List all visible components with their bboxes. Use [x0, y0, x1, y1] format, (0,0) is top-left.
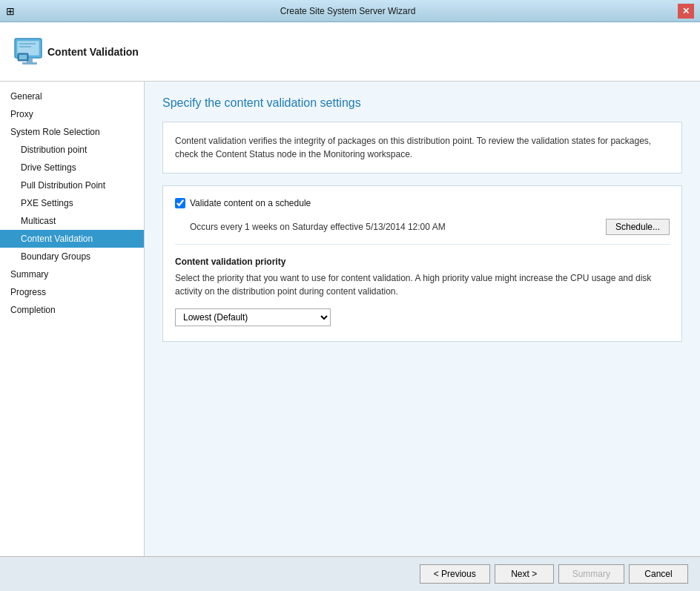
sidebar-item-system-role-selection[interactable]: System Role Selection	[0, 123, 144, 141]
sidebar-item-boundary-groups[interactable]: Boundary Groups	[0, 248, 144, 265]
sidebar-item-completion[interactable]: Completion	[0, 301, 144, 319]
summary-button[interactable]: Summary	[558, 564, 624, 584]
sidebar-item-general[interactable]: General	[0, 88, 144, 105]
footer: < Previous Next > Summary Cancel	[0, 556, 700, 591]
title-bar: ⊞ Create Site System Server Wizard ✕	[0, 0, 700, 22]
window-title: Create Site System Server Wizard	[18, 6, 678, 16]
cancel-button[interactable]: Cancel	[629, 564, 688, 584]
sidebar-item-progress[interactable]: Progress	[0, 283, 144, 301]
info-box: Content validation verifies the integrit…	[162, 122, 682, 174]
priority-section: Content validation priority Select the p…	[175, 254, 670, 329]
svg-rect-5	[19, 46, 31, 47]
sidebar-item-pxe-settings[interactable]: PXE Settings	[0, 194, 144, 212]
app-icon: ⊞	[6, 5, 18, 17]
info-text: Content validation verifies the integrit…	[175, 134, 670, 161]
sidebar-item-pull-distribution-point[interactable]: Pull Distribution Point	[0, 176, 144, 194]
panel-title: Specify the content validation settings	[162, 96, 682, 110]
schedule-button[interactable]: Schedule...	[606, 219, 670, 235]
content-area: General Proxy System Role Selection Dist…	[0, 82, 700, 556]
svg-rect-3	[22, 62, 37, 65]
svg-rect-7	[19, 55, 27, 59]
svg-rect-4	[19, 43, 36, 44]
header-title: Content Validation	[47, 46, 139, 58]
schedule-row: Occurs every 1 weeks on Saturday effecti…	[175, 216, 670, 245]
sidebar-item-summary[interactable]: Summary	[0, 265, 144, 283]
schedule-text: Occurs every 1 weeks on Saturday effecti…	[190, 222, 446, 232]
sidebar-item-content-validation[interactable]: Content Validation	[0, 230, 144, 248]
priority-desc: Select the priority that you want to use…	[175, 271, 670, 298]
header-icon	[12, 34, 47, 70]
close-button[interactable]: ✕	[678, 4, 694, 19]
sidebar-item-proxy[interactable]: Proxy	[0, 105, 144, 123]
header-area: Content Validation	[0, 22, 700, 82]
priority-title: Content validation priority	[175, 257, 670, 267]
sidebar-item-distribution-point[interactable]: Distribution point	[0, 141, 144, 159]
sidebar-item-multicast[interactable]: Multicast	[0, 212, 144, 230]
previous-button[interactable]: < Previous	[420, 564, 490, 584]
main-container: Content Validation General Proxy System …	[0, 22, 700, 591]
sidebar-item-drive-settings[interactable]: Drive Settings	[0, 159, 144, 176]
main-panel: Specify the content validation settings …	[145, 82, 700, 556]
validation-box: Validate content on a schedule Occurs ev…	[162, 185, 682, 342]
validate-checkbox-label[interactable]: Validate content on a schedule	[190, 198, 311, 208]
priority-select[interactable]: Lowest (Default) Low Medium High Highest	[175, 308, 331, 326]
sidebar: General Proxy System Role Selection Dist…	[0, 82, 145, 556]
next-button[interactable]: Next >	[495, 564, 554, 584]
validate-checkbox-row: Validate content on a schedule	[175, 198, 670, 208]
validate-checkbox[interactable]	[175, 198, 185, 208]
